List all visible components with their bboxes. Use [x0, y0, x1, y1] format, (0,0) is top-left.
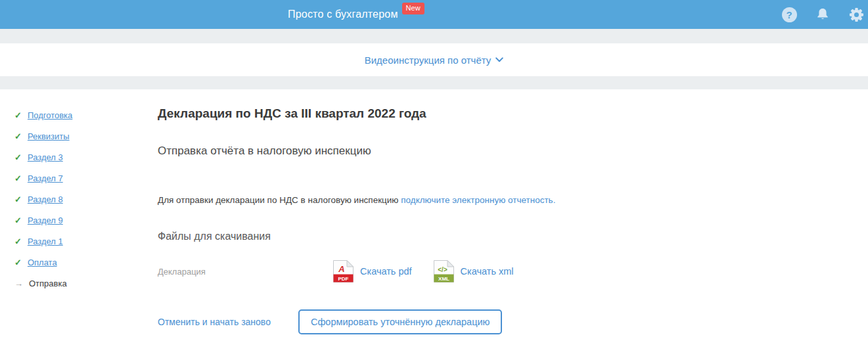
cancel-restart-link[interactable]: Отменить и начать заново	[158, 317, 271, 327]
download-pdf-link[interactable]: Скачать pdf	[360, 266, 412, 277]
sidebar-item-razdel-8: ✓ Раздел 8	[14, 189, 72, 210]
footer-actions: Отменить и начать заново Сформировать ут…	[158, 309, 749, 334]
check-icon: ✓	[14, 173, 22, 183]
sidebar-link[interactable]: Раздел 9	[28, 215, 63, 225]
svg-text:PDF: PDF	[338, 276, 349, 282]
check-icon: ✓	[14, 215, 22, 225]
app-title-block: Просто с бухгалтером New	[288, 0, 424, 29]
sidebar-item-razdel-9: ✓ Раздел 9	[14, 210, 72, 231]
chevron-down-icon	[495, 57, 503, 62]
sidebar-item-razdel-3: ✓ Раздел 3	[14, 147, 72, 168]
page-subtitle: Отправка отчёта в налоговую инспекцию	[158, 145, 749, 158]
pdf-file-icon[interactable]: A PDF	[333, 260, 354, 282]
header-icons: ?	[781, 0, 864, 29]
svg-text:</>: </>	[438, 266, 447, 273]
sidebar-link[interactable]: Подготовка	[28, 110, 72, 120]
check-icon: ✓	[14, 258, 22, 267]
svg-text:A: A	[338, 264, 344, 274]
sidebar-item-otpravka: → Отправка	[14, 273, 72, 294]
video-instruction-link[interactable]: Видеоинструкция по отчёту	[365, 55, 504, 66]
arrow-right-icon: →	[14, 279, 23, 288]
help-icon[interactable]: ?	[781, 7, 797, 22]
sidebar-item-oplata: ✓ Оплата	[14, 252, 72, 273]
sidebar-item-podgotovka: ✓ Подготовка	[14, 104, 72, 125]
new-badge: New	[402, 3, 424, 14]
check-icon: ✓	[14, 152, 22, 162]
sidebar-link[interactable]: Раздел 1	[28, 237, 63, 246]
declaration-file-row: Декларация A PDF Скачать pdf </> XML Ска…	[158, 260, 749, 282]
main-content: Декларация по НДС за III квартал 2022 го…	[158, 89, 749, 334]
xml-file-icon[interactable]: </> XML	[434, 260, 454, 282]
connect-e-reporting-link[interactable]: подключите электронную отчетность.	[401, 195, 555, 205]
sidebar-link[interactable]: Раздел 7	[28, 173, 63, 183]
info-text: Для отправки декларации по НДС в налогов…	[158, 195, 401, 205]
video-band: Видеоинструкция по отчёту	[0, 43, 868, 76]
sidebar-link[interactable]: Оплата	[28, 258, 57, 267]
check-icon: ✓	[14, 110, 22, 120]
app-header: Просто с бухгалтером New ?	[0, 0, 868, 29]
download-xml-link[interactable]: Скачать xml	[461, 266, 514, 277]
svg-text:XML: XML	[438, 276, 449, 282]
gear-icon[interactable]	[848, 7, 864, 22]
steps-sidebar: ✓ Подготовка ✓ Реквизиты ✓ Раздел 3 ✓ Ра…	[14, 104, 72, 294]
check-icon: ✓	[14, 194, 22, 204]
sidebar-current-step: Отправка	[29, 279, 67, 288]
check-icon: ✓	[14, 131, 22, 141]
divider-strip-top	[0, 29, 868, 43]
sidebar-item-razdel-7: ✓ Раздел 7	[14, 168, 72, 189]
create-adjusted-declaration-button[interactable]: Сформировать уточнённую декларацию	[298, 309, 502, 334]
sidebar-link[interactable]: Раздел 8	[28, 194, 63, 204]
sidebar-item-rekvizity: ✓ Реквизиты	[14, 125, 72, 147]
info-paragraph: Для отправки декларации по НДС в налогов…	[158, 195, 749, 206]
app-title: Просто с бухгалтером	[288, 9, 398, 20]
sidebar-link[interactable]: Раздел 3	[28, 152, 63, 162]
video-instruction-label: Видеоинструкция по отчёту	[365, 55, 491, 66]
file-row-label: Декларация	[158, 267, 333, 277]
sidebar-link[interactable]: Реквизиты	[28, 131, 70, 141]
check-icon: ✓	[14, 237, 22, 246]
divider-strip-bottom	[0, 76, 868, 89]
sidebar-item-razdel-1: ✓ Раздел 1	[14, 231, 72, 252]
pdf-download-group: A PDF Скачать pdf	[333, 260, 412, 282]
xml-download-group: </> XML Скачать xml	[434, 260, 514, 282]
page-title: Декларация по НДС за III квартал 2022 го…	[158, 106, 749, 121]
bell-icon[interactable]	[815, 7, 831, 22]
files-section-header: Файлы для скачивания	[158, 231, 749, 242]
